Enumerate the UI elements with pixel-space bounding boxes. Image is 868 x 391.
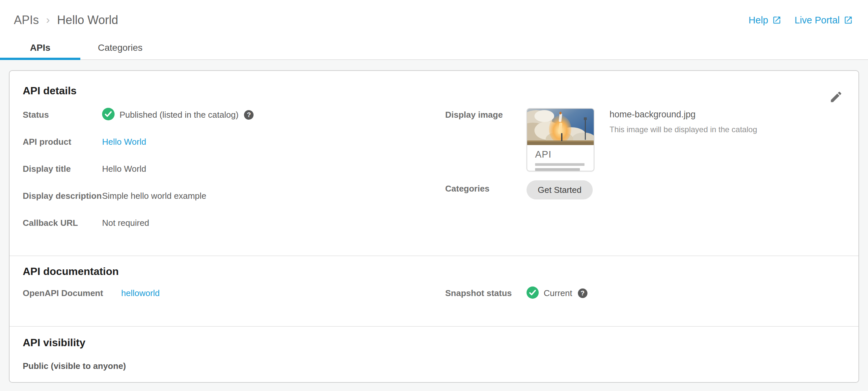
breadcrumb: APIs › Hello World (14, 13, 118, 27)
top-header: APIs › Hello World Help Live Portal (0, 0, 868, 36)
details-right-column: Display image (445, 108, 845, 243)
api-product-row: API product Hello World (23, 135, 445, 148)
snapshot-status-row: Snapshot status Current (445, 286, 845, 300)
section-title: API details (23, 84, 845, 97)
snapshot-status-label: Snapshot status (445, 288, 527, 298)
external-link-icon (844, 16, 853, 25)
section-title: API documentation (23, 265, 845, 278)
api-details-card: API details Status Published (listed in … (9, 70, 859, 383)
section-api-details: API details Status Published (listed in … (9, 71, 859, 255)
display-description-row: Display description Simple hello world e… (23, 189, 445, 202)
openapi-document-label: OpenAPI Document (23, 288, 121, 298)
display-title-label: Display title (23, 164, 102, 174)
rocket-launch-image (527, 109, 594, 145)
documentation-right-column: Snapshot status Current (445, 286, 845, 300)
visibility-value: Public (visible to anyone) (23, 361, 845, 371)
status-label: Status (23, 110, 102, 120)
tab-apis[interactable]: APIs (0, 36, 80, 59)
status-value: Published (listed in the catalog) (120, 110, 239, 120)
display-description-value: Simple hello world example (102, 191, 206, 201)
callback-url-row: Callback URL Not required (23, 216, 445, 229)
callback-url-value: Not required (102, 218, 149, 228)
details-left-column: Status Published (listed in the catalog)… (23, 108, 445, 243)
display-description-label: Display description (23, 191, 102, 201)
thumbnail-placeholder-bar (535, 163, 585, 166)
live-portal-link[interactable]: Live Portal (795, 15, 853, 26)
categories-label: Categories (445, 182, 527, 194)
edit-button[interactable] (829, 90, 843, 105)
check-circle-icon (102, 108, 115, 122)
image-note: This image will be displayed in the cata… (610, 125, 757, 134)
display-image-meta: home-background.jpg This image will be d… (610, 108, 757, 134)
snapshot-status-value: Current (544, 288, 572, 298)
image-filename: home-background.jpg (610, 109, 757, 120)
status-row: Status Published (listed in the catalog) (23, 108, 445, 121)
section-title: API visibility (23, 336, 845, 349)
help-question-icon[interactable] (244, 110, 253, 120)
tab-categories[interactable]: Categories (80, 36, 160, 59)
help-question-icon[interactable] (578, 288, 587, 298)
thumbnail-api-caption: API (535, 149, 594, 160)
breadcrumb-chevron-icon: › (46, 13, 50, 26)
section-api-visibility: API visibility Public (visible to anyone… (9, 327, 859, 383)
thumbnail-placeholder-bar (535, 168, 580, 171)
callback-url-label: Callback URL (23, 218, 102, 228)
top-links: Help Live Portal (748, 15, 853, 26)
help-link[interactable]: Help (748, 15, 781, 26)
section-api-documentation: API documentation OpenAPI Document hello… (9, 256, 859, 326)
help-link-label: Help (748, 15, 768, 26)
breadcrumb-current-page: Hello World (57, 13, 118, 27)
display-image-thumbnail: API (527, 108, 594, 171)
category-chip: Get Started (527, 180, 593, 199)
tab-bar: APIs Categories (0, 36, 868, 60)
api-product-link[interactable]: Hello World (102, 137, 146, 147)
external-link-icon (772, 16, 781, 25)
main-content: API details Status Published (listed in … (0, 60, 868, 391)
api-product-label: API product (23, 137, 102, 147)
openapi-document-link[interactable]: helloworld (121, 288, 160, 298)
display-image-label: Display image (445, 108, 527, 120)
pencil-icon (829, 100, 843, 105)
check-circle-icon (527, 286, 539, 300)
breadcrumb-apis-link[interactable]: APIs (14, 13, 39, 27)
categories-row: Categories Get Started (445, 182, 845, 199)
live-portal-link-label: Live Portal (795, 15, 840, 26)
display-title-row: Display title Hello World (23, 162, 445, 175)
display-image-row: Display image (445, 108, 845, 171)
display-title-value: Hello World (102, 164, 146, 174)
openapi-document-row: OpenAPI Document helloworld (23, 286, 445, 300)
documentation-left-column: OpenAPI Document helloworld (23, 286, 445, 300)
